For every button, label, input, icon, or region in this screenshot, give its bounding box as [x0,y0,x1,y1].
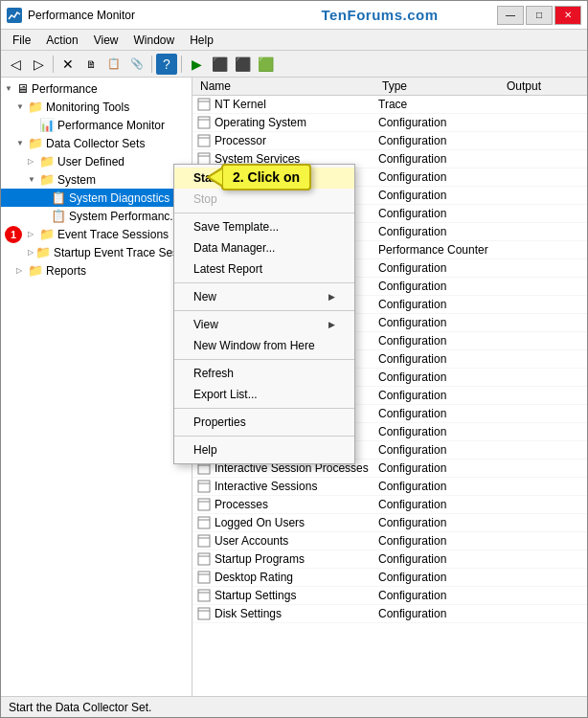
list-item[interactable]: Operating System Configuration [192,114,587,132]
toolbar-stop2[interactable]: ⬛ [232,54,253,75]
row-type: Performance Counter [378,243,503,257]
row-type: Configuration [378,207,503,220]
ctx-menu-latest-report[interactable]: Latest Report [174,258,354,280]
list-item[interactable]: Disk Settings Configuration [192,605,587,623]
tree-arrow-monitoring: ▼ [16,102,26,111]
toolbar-delete[interactable]: ✕ [57,54,79,75]
svg-rect-0 [7,8,22,23]
row-icon [196,588,212,603]
ctx-menu-new[interactable]: New ▶ [174,286,354,307]
row-name: NT Kernel [215,98,266,111]
ctx-menu-save-template[interactable]: Save Template... [174,216,354,237]
toolbar-start[interactable]: ▶ [186,54,207,75]
list-item[interactable]: Startup Settings Configuration [192,587,587,605]
row-icon [196,533,212,549]
toolbar-stop[interactable]: ⬛ [209,54,230,75]
toolbar-new[interactable]: 🟩 [255,54,276,75]
ctx-menu-data-manager[interactable]: Data Manager... [174,237,354,258]
main-window: Performance Monitor TenForums.com — □ ✕ … [0,0,588,718]
tenforum-logo: TenForums.com [262,7,497,23]
menu-help[interactable]: Help [182,32,221,49]
status-bar: Start the Data Collector Set. [1,696,587,717]
row-name: Processes [215,498,268,511]
callout-text: 2. Click on [233,169,300,185]
monitoring-tools-icon: 📁 [28,100,43,114]
ctx-menu-help[interactable]: Help [174,439,354,460]
list-item[interactable]: User Accounts Configuration [192,532,587,550]
window-controls: — □ ✕ [497,6,581,25]
minimize-button[interactable]: — [497,6,524,25]
menu-file[interactable]: File [5,32,38,49]
list-item[interactable]: Processes Configuration [192,496,587,514]
menu-action[interactable]: Action [38,32,85,49]
ctx-menu-export[interactable]: Export List... [174,384,354,405]
row-type: Configuration [378,443,503,457]
tree-item-user-defined[interactable]: ▷ 📁 User Defined [1,152,192,170]
row-type: Configuration [378,116,503,129]
tree-item-data-collector[interactable]: ▼ 📁 Data Collector Sets [1,134,192,152]
tree-label-monitoring-tools: Monitoring Tools [46,101,129,114]
toolbar-copy[interactable]: 📋 [103,54,124,75]
tree-item-startup-trace[interactable]: ▷ 📁 Startup Event Trace Sess... [1,243,192,261]
toolbar-back[interactable]: ◁ [5,54,26,75]
row-type: Configuration [378,607,503,620]
row-icon [196,570,212,585]
svg-rect-51 [198,553,210,565]
row-type: Configuration [378,571,503,584]
maximize-button[interactable]: □ [526,6,553,25]
tree-arrow-user-defined: ▷ [28,157,37,166]
ctx-menu-properties[interactable]: Properties [174,412,354,433]
list-header: Name Type Output [192,78,587,96]
tree-item-event-trace[interactable]: ▷ 📁 Event Trace Sessions [1,225,192,243]
ctx-menu-new-window[interactable]: New Window from Here [174,335,354,356]
toolbar-sep-3 [181,56,182,73]
tree-label-event-trace: Event Trace Sessions [57,228,169,241]
row-icon [196,515,212,530]
ctx-menu-view[interactable]: View ▶ [174,314,354,335]
list-item[interactable]: Desktop Rating Configuration [192,569,587,587]
tree-label-user-defined: User Defined [57,155,124,168]
list-item[interactable]: NT Kernel Trace [192,96,587,114]
row-type: Configuration [378,589,503,602]
row-name: Desktop Rating [215,571,293,584]
list-item[interactable]: Interactive Sessions Configuration [192,478,587,496]
toolbar-properties[interactable]: 🗎 [80,54,102,75]
svg-rect-47 [198,517,210,528]
tree-item-reports[interactable]: ▷ 📁 Reports [1,261,192,280]
row-type: Configuration [378,261,503,275]
toolbar-paste[interactable]: 📎 [126,54,147,75]
toolbar-forward[interactable]: ▷ [28,54,49,75]
ctx-menu-refresh[interactable]: Refresh [174,363,354,384]
step-1-badge: 1 [5,226,22,243]
tree-item-sys-perf[interactable]: 📋 System Performanc... [1,207,192,225]
svg-rect-57 [198,608,210,619]
row-type: Configuration [378,516,503,529]
list-item[interactable]: Logged On Users Configuration [192,514,587,532]
system-icon: 📁 [39,172,55,187]
row-name: Processor [215,134,266,147]
col-header-name: Name [196,79,378,93]
list-item[interactable]: Processor Configuration [192,132,587,150]
tree-item-system-diagnostics[interactable]: 📋 System Diagnostics [1,189,192,207]
performance-icon: 🖥 [16,81,29,96]
list-item[interactable]: Startup Programs Configuration [192,550,587,569]
tree-arrow-performance: ▼ [5,84,14,93]
toolbar-help[interactable]: ? [156,54,177,75]
close-button[interactable]: ✕ [554,6,581,25]
perf-monitor-icon: 📊 [39,118,55,132]
ctx-sep-2 [174,282,354,283]
user-defined-icon: 📁 [39,154,55,168]
row-name: Logged On Users [215,516,305,529]
step-2-callout: 2. Click on [221,164,311,191]
tree-label-sys-diag: System Diagnostics [69,191,170,205]
row-icon [196,497,212,512]
toolbar-sep-1 [53,56,54,73]
menu-view[interactable]: View [86,32,126,49]
row-icon [196,115,212,130]
tree-item-system[interactable]: ▼ 📁 System [1,170,192,189]
tree-item-monitoring-tools[interactable]: ▼ 📁 Monitoring Tools [1,98,192,116]
tree-item-performance[interactable]: ▼ 🖥 Performance [1,79,192,98]
tree-item-perf-monitor[interactable]: 📊 Performance Monitor [1,116,192,134]
menu-window[interactable]: Window [126,32,183,49]
tree-arrow-event-trace: ▷ [28,230,37,238]
